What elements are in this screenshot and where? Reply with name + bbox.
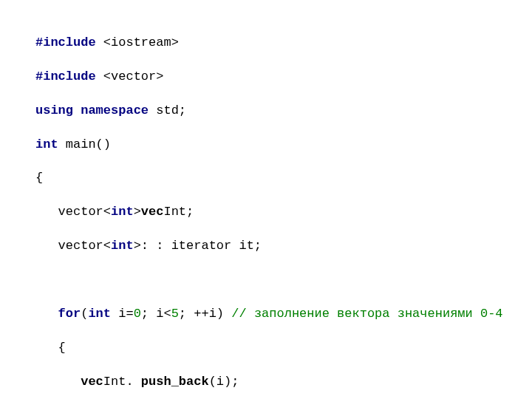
code-line: vecInt. push_back(i);: [35, 374, 532, 391]
indent: [35, 307, 58, 321]
method-push-back: push_back: [141, 375, 209, 389]
number-five: 5: [171, 307, 179, 321]
loop-init: i=: [111, 307, 134, 321]
var-vec: vec: [141, 205, 164, 219]
code-line: for(int i=0; i<5; ++i) // заполнение век…: [35, 306, 532, 323]
keyword-using: using: [35, 103, 73, 117]
code-line: [35, 272, 532, 289]
type-int: int: [111, 205, 134, 219]
comment-fill: // заполнение вектора значениями 0-4: [231, 307, 502, 321]
angle-close: >: [134, 239, 141, 253]
indent: [35, 375, 81, 389]
header-name: <iostream>: [96, 35, 179, 50]
func-main: main(): [58, 137, 111, 151]
header-name: <vector>: [96, 69, 164, 83]
var-vec: vec: [81, 375, 103, 389]
keyword-for: for: [58, 307, 81, 321]
code-line: int main(): [35, 137, 532, 154]
type-vector: vector<: [58, 239, 111, 253]
angle-close: >: [134, 205, 141, 219]
var-int-suffix: Int;: [163, 205, 194, 219]
code-line: using namespace std;: [35, 103, 532, 120]
code-line: {: [35, 340, 532, 357]
code-line: vector<int>vecInt;: [35, 204, 532, 221]
paren-open: (: [81, 307, 88, 321]
iterator-decl: : : iterator it;: [141, 239, 262, 253]
preproc: #include: [35, 69, 96, 83]
namespace-name: std;: [149, 103, 186, 117]
brace-open: {: [35, 171, 43, 185]
loop-cond: ; i<: [141, 307, 171, 321]
brace-open: {: [58, 341, 66, 355]
call-args: (i);: [209, 375, 239, 389]
type-int: int: [88, 307, 111, 321]
code-line: #include <iostream>: [35, 35, 532, 52]
loop-incr: ; ++i): [179, 307, 231, 321]
keyword-namespace: namespace: [73, 103, 149, 117]
indent: [35, 205, 58, 219]
type-int: int: [35, 137, 58, 151]
type-int: int: [111, 239, 134, 253]
type-vector: vector<: [58, 205, 111, 219]
number-zero: 0: [134, 307, 141, 321]
indent: [35, 239, 58, 253]
code-line: vector<int>: : iterator it;: [35, 238, 532, 255]
indent: [35, 341, 58, 355]
code-line: {: [35, 170, 532, 187]
preproc: #include: [35, 35, 96, 50]
code-line: #include <vector>: [35, 69, 532, 86]
member-access: Int.: [103, 375, 141, 389]
code-listing: #include <iostream> #include <vector> us…: [0, 0, 532, 399]
